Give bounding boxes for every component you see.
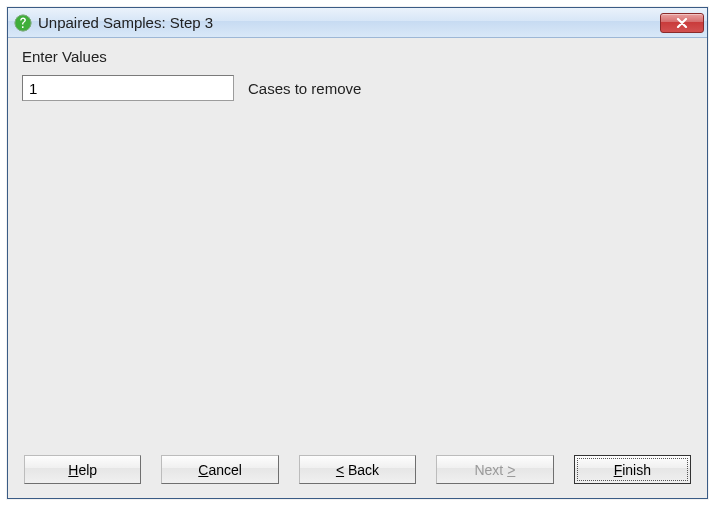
dialog-window: Unpaired Samples: Step 3 Enter Values Ca… [7, 7, 708, 499]
cases-to-remove-input[interactable] [22, 75, 234, 101]
button-bar: Help Cancel < Back Next > Finish [22, 451, 693, 490]
spacer [22, 101, 693, 451]
finish-button[interactable]: Finish [574, 455, 691, 484]
section-label: Enter Values [22, 48, 693, 65]
close-button[interactable] [660, 13, 704, 33]
input-row: Cases to remove [22, 75, 693, 101]
back-button[interactable]: < Back [299, 455, 416, 484]
next-button: Next > [436, 455, 553, 484]
dialog-content: Enter Values Cases to remove Help Cancel… [8, 38, 707, 498]
window-title: Unpaired Samples: Step 3 [38, 14, 660, 31]
close-icon [676, 18, 688, 28]
title-bar: Unpaired Samples: Step 3 [8, 8, 707, 38]
help-button[interactable]: Help [24, 455, 141, 484]
cases-to-remove-label: Cases to remove [248, 80, 361, 97]
cancel-button[interactable]: Cancel [161, 455, 278, 484]
help-icon [14, 14, 32, 32]
